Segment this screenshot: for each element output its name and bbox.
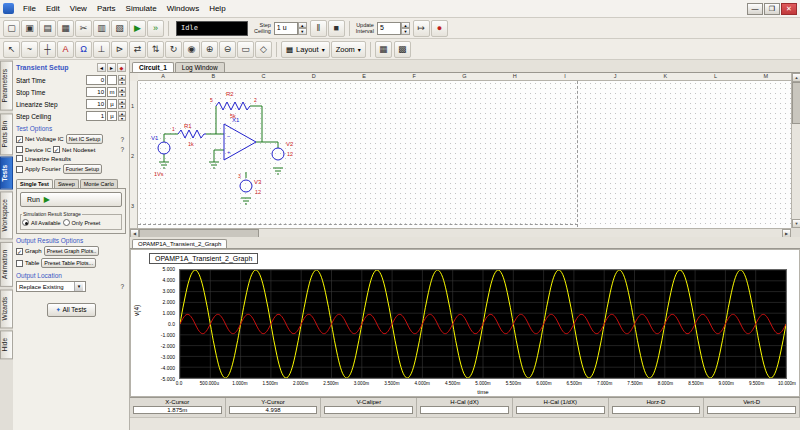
graph-checkbox[interactable]: ✓: [16, 248, 23, 255]
fast-run-icon[interactable]: »: [147, 20, 164, 37]
preset-graph-plots-button[interactable]: Preset Graph Plots..: [44, 246, 100, 256]
net-voltage-ic-checkbox[interactable]: ✓: [16, 136, 23, 143]
sidebar-tab-parts-bin[interactable]: Parts Bin: [0, 113, 13, 155]
field-unit-step-ceiling[interactable]: µ: [107, 111, 117, 121]
fourier-setup-button[interactable]: Fourier Setup: [63, 164, 102, 174]
record-icon[interactable]: ●: [431, 20, 448, 37]
output-location-select[interactable]: Replace Existing ▾: [16, 281, 86, 292]
graph-tab[interactable]: OPAMP1A_Transient_2_Graph: [132, 239, 227, 248]
run-button[interactable]: Run ▶: [20, 192, 122, 207]
net-nodeset-checkbox[interactable]: ✓: [53, 146, 60, 153]
opamp-circuit[interactable]: V1 1Vs R1 1k R2 5k X1 − + V2 12 V3 12 1 …: [150, 84, 350, 226]
field-stepper[interactable]: ▲▼: [118, 75, 126, 85]
flip-horizontal-icon[interactable]: ⇄: [129, 41, 146, 58]
maximize-button[interactable]: ❐: [764, 3, 780, 15]
device-ic-checkbox[interactable]: [16, 146, 23, 153]
ic-chip-icon[interactable]: ▦: [375, 41, 392, 58]
r1-resistor[interactable]: [178, 130, 206, 138]
sidebar-tab-animation[interactable]: Animation: [0, 242, 13, 287]
help-icon[interactable]: ?: [120, 136, 126, 143]
menu-parts[interactable]: Parts: [92, 2, 121, 15]
open-folder-icon[interactable]: ▣: [21, 20, 38, 37]
r2-resistor[interactable]: [216, 102, 250, 110]
pause-icon[interactable]: ‖: [310, 20, 327, 37]
sidebar-tab-tests[interactable]: Tests: [0, 157, 13, 190]
field-input-start-time[interactable]: 0: [86, 75, 106, 85]
component-omega-icon[interactable]: Ω: [75, 41, 92, 58]
preset-table-plots-button[interactable]: Preset Table Plots...: [41, 258, 96, 268]
sidebar-tab-wizards[interactable]: Wizards: [0, 289, 13, 328]
save-icon[interactable]: ▤: [39, 20, 56, 37]
wire-tool-icon[interactable]: ~: [21, 41, 38, 58]
menu-simulate[interactable]: Simulate: [121, 2, 162, 15]
field-input-stop-time[interactable]: 10: [86, 87, 106, 97]
print-icon[interactable]: ▦: [57, 20, 74, 37]
probe-icon[interactable]: ◉: [183, 41, 200, 58]
paste-icon[interactable]: ▧: [111, 20, 128, 37]
minimize-button[interactable]: —: [747, 3, 763, 15]
schematic-horizontal-scrollbar[interactable]: ◀ ▶: [130, 228, 791, 237]
polygon-tool-icon[interactable]: ◇: [255, 41, 272, 58]
field-stepper[interactable]: ▲▼: [118, 87, 126, 97]
flip-vertical-icon[interactable]: ⇅: [147, 41, 164, 58]
menu-edit[interactable]: Edit: [41, 2, 65, 15]
all-tests-button[interactable]: ✦ All Tests: [47, 303, 96, 317]
rotate-icon[interactable]: ↻: [165, 41, 182, 58]
schematic-vertical-scrollbar[interactable]: ▲ ▼: [791, 73, 800, 228]
run-icon[interactable]: ▶: [129, 20, 146, 37]
v3-source[interactable]: [240, 180, 252, 192]
update-interval-arrows[interactable]: ▲▼: [401, 22, 410, 35]
spin-down-icon[interactable]: ▼: [118, 104, 126, 109]
field-stepper[interactable]: ▲▼: [118, 99, 126, 109]
only-preset-radio[interactable]: [63, 219, 70, 226]
zoom-out-icon[interactable]: ⊖: [219, 41, 236, 58]
field-unit-start-time[interactable]: [107, 75, 117, 85]
panel-pin-icon[interactable]: ◆: [117, 63, 126, 72]
stop-icon[interactable]: ■: [328, 20, 345, 37]
sidebar-tab-parameters[interactable]: Parameters: [0, 61, 13, 111]
panel-next-icon[interactable]: ►: [107, 63, 116, 72]
scroll-thumb[interactable]: [792, 82, 800, 124]
field-input-linearize-step[interactable]: 10: [86, 99, 106, 109]
step-ceiling-stepper[interactable]: 1 u ▲▼: [274, 22, 307, 35]
v1-source[interactable]: [158, 142, 170, 154]
sidebar-tab-workspace[interactable]: Workspace: [0, 191, 13, 239]
all-available-radio[interactable]: [22, 219, 29, 226]
new-file-icon[interactable]: ▢: [3, 20, 20, 37]
spin-down-icon[interactable]: ▼: [118, 92, 126, 97]
update-interval-value[interactable]: 5: [377, 22, 401, 35]
step-ceiling-value[interactable]: 1 u: [274, 22, 298, 35]
net-ic-setup-button[interactable]: Net IC Setup: [66, 134, 104, 144]
zoom-in-icon[interactable]: ⊕: [201, 41, 218, 58]
linearize-results-checkbox[interactable]: [16, 155, 23, 162]
menu-help[interactable]: Help: [204, 2, 230, 15]
field-stepper[interactable]: ▲▼: [118, 111, 126, 121]
sidebar-tab-hide[interactable]: Hide: [0, 330, 13, 359]
zoom-dropdown[interactable]: Zoom ▾: [331, 41, 366, 58]
pointer-icon[interactable]: ↖: [3, 41, 20, 58]
help-icon[interactable]: ?: [120, 146, 126, 153]
field-unit-linearize-step[interactable]: µ: [107, 99, 117, 109]
field-unit-stop-time[interactable]: m: [107, 87, 117, 97]
copy-icon[interactable]: ▥: [93, 20, 110, 37]
waveform-plot[interactable]: [179, 269, 787, 379]
field-input-step-ceiling[interactable]: 1: [86, 111, 106, 121]
layout-dropdown[interactable]: ▦ Layout ▾: [281, 41, 330, 58]
spin-down-icon[interactable]: ▼: [118, 116, 126, 121]
graph-title[interactable]: OPAMP1A_Transient_2_Graph: [149, 253, 258, 264]
update-interval-stepper[interactable]: 5 ▲▼: [377, 22, 410, 35]
tab-single-test[interactable]: Single Test: [16, 179, 53, 188]
doc-tab-circuit-1[interactable]: Circuit_1: [132, 62, 174, 72]
doc-tab-log-window[interactable]: Log Window: [175, 62, 225, 72]
shape-tool-icon[interactable]: ▭: [237, 41, 254, 58]
menu-view[interactable]: View: [65, 2, 92, 15]
menu-windows[interactable]: Windows: [162, 2, 204, 15]
close-button[interactable]: ✕: [781, 3, 797, 15]
spin-down-icon[interactable]: ▼: [118, 80, 126, 85]
diode-tool-icon[interactable]: ⊳: [111, 41, 128, 58]
step-ceiling-arrows[interactable]: ▲▼: [298, 22, 307, 35]
scroll-down-icon[interactable]: ▼: [792, 219, 800, 228]
apply-fourier-checkbox[interactable]: [16, 166, 23, 173]
bus-tool-icon[interactable]: ┼: [39, 41, 56, 58]
help-icon[interactable]: ?: [120, 283, 126, 290]
